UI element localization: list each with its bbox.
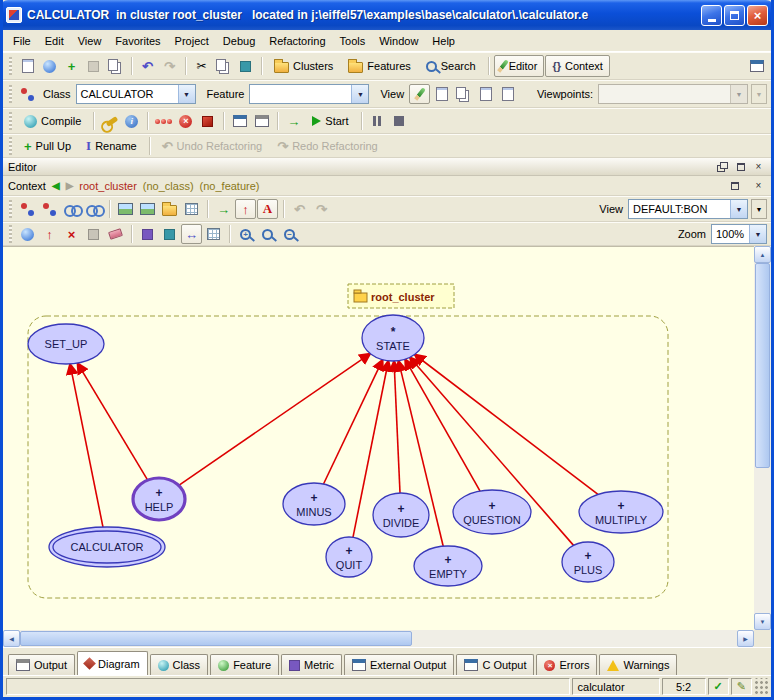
menu-favorites[interactable]: Favorites bbox=[108, 32, 167, 50]
tab-output[interactable]: Output bbox=[8, 654, 75, 675]
go-to-target-button[interactable]: → bbox=[213, 199, 234, 219]
sort-button[interactable] bbox=[203, 224, 224, 244]
debug-console-button[interactable] bbox=[229, 111, 250, 131]
window-resize-grip[interactable] bbox=[754, 678, 769, 695]
diagram-node-calculator[interactable]: CALCULATOR bbox=[49, 527, 165, 567]
delete-button[interactable]: × bbox=[61, 224, 82, 244]
diagram-node-state[interactable]: *STATE bbox=[362, 315, 424, 361]
arrow-minus-to-state[interactable] bbox=[324, 360, 383, 484]
context-toggle-button[interactable]: {} Context bbox=[545, 55, 609, 77]
feature-combobox[interactable]: ▼ bbox=[249, 84, 369, 104]
external-editor-button[interactable] bbox=[746, 56, 767, 76]
menu-help[interactable]: Help bbox=[425, 32, 462, 50]
compile-button[interactable]: Compile bbox=[17, 110, 88, 132]
diagram-node-question[interactable]: +QUESTION bbox=[453, 490, 531, 534]
context-forward-button[interactable]: ▶ bbox=[66, 180, 74, 191]
menu-file[interactable]: File bbox=[6, 32, 38, 50]
search-button[interactable]: Search bbox=[419, 55, 483, 77]
export-png-button[interactable] bbox=[115, 199, 136, 219]
diagram-node-multiply[interactable]: +MULTIPLY bbox=[579, 491, 663, 533]
stop-application-button[interactable] bbox=[197, 111, 218, 131]
features-button[interactable]: Features bbox=[341, 55, 417, 77]
zoom-out-button[interactable]: − bbox=[279, 224, 300, 244]
pull-up-button[interactable]: + Pull Up bbox=[17, 135, 78, 157]
panel-maximize-button[interactable] bbox=[733, 160, 748, 174]
new-class-button[interactable] bbox=[17, 224, 38, 244]
stop-button[interactable] bbox=[389, 111, 410, 131]
viewpoints-combobox[interactable]: ▼ bbox=[598, 84, 748, 104]
context-cluster-name[interactable]: root_cluster bbox=[79, 180, 136, 192]
close-button[interactable]: × bbox=[747, 5, 768, 26]
tab-warnings[interactable]: Warnings bbox=[599, 654, 677, 675]
diagram-view-arrow[interactable]: ▼ bbox=[730, 200, 747, 218]
diagram-view-combobox[interactable]: DEFAULT:BON ▼ bbox=[628, 199, 748, 219]
remove-link-button[interactable] bbox=[83, 199, 104, 219]
open-folder-button[interactable] bbox=[159, 199, 180, 219]
class-combobox-arrow[interactable]: ▼ bbox=[178, 85, 195, 103]
clusters-button[interactable]: Clusters bbox=[267, 55, 340, 77]
vertical-scroll-track[interactable] bbox=[754, 263, 771, 613]
contract-view-button[interactable] bbox=[475, 84, 496, 104]
text-mode-button[interactable]: A bbox=[257, 199, 278, 219]
class-tool-button[interactable] bbox=[17, 84, 38, 104]
arrow-divide-to-state[interactable] bbox=[394, 361, 400, 493]
toolbar-grip[interactable] bbox=[9, 225, 12, 243]
fit-to-screen-button[interactable]: ↔ bbox=[181, 224, 202, 244]
supplier-mode-button[interactable]: ↑ bbox=[235, 199, 256, 219]
vertical-scrollbar[interactable]: ▲ ▼ bbox=[754, 246, 771, 630]
scroll-up-button[interactable]: ▲ bbox=[754, 246, 771, 263]
diagram-canvas[interactable]: root_clusterSET_UP*STATE+HELP+MINUS+DIVI… bbox=[3, 246, 754, 630]
tab-metric[interactable]: Metric bbox=[281, 654, 342, 675]
add-link-button[interactable] bbox=[61, 199, 82, 219]
zoom-fit-button[interactable] bbox=[257, 224, 278, 244]
menu-edit[interactable]: Edit bbox=[38, 32, 71, 50]
tab-class[interactable]: Class bbox=[150, 654, 209, 675]
diagram-view-menu-button[interactable]: ▼ bbox=[751, 199, 767, 219]
tab-c-output[interactable]: C Output bbox=[456, 654, 534, 675]
class-relations-button[interactable] bbox=[17, 199, 38, 219]
menu-view[interactable]: View bbox=[71, 32, 109, 50]
debug-window-button[interactable] bbox=[251, 111, 272, 131]
run-workbench-button[interactable] bbox=[153, 111, 174, 131]
scroll-left-button[interactable]: ◀ bbox=[3, 630, 20, 647]
diagram-node-set_up[interactable]: SET_UP bbox=[28, 324, 104, 364]
project-info-button[interactable]: i bbox=[121, 111, 142, 131]
tab-diagram[interactable]: Diagram bbox=[77, 651, 148, 675]
scroll-right-button[interactable]: ▶ bbox=[737, 630, 754, 647]
class-combobox[interactable]: CALCULATOR ▼ bbox=[76, 84, 196, 104]
edit-view-button[interactable] bbox=[409, 84, 430, 104]
titlebar[interactable]: CALCULATOR in cluster root_cluster locat… bbox=[0, 0, 774, 30]
paste-button[interactable] bbox=[235, 56, 256, 76]
menu-refactoring[interactable]: Refactoring bbox=[262, 32, 332, 50]
context-maximize-button[interactable] bbox=[727, 179, 742, 193]
redo-button[interactable]: ↷ bbox=[159, 56, 180, 76]
viewpoints-combobox-arrow[interactable]: ▼ bbox=[730, 85, 747, 103]
anchor-button[interactable] bbox=[83, 224, 104, 244]
undo-button[interactable]: ↶ bbox=[137, 56, 158, 76]
feature-combobox-arrow[interactable]: ▼ bbox=[351, 85, 368, 103]
maximize-button[interactable] bbox=[724, 5, 745, 26]
menu-project[interactable]: Project bbox=[168, 32, 216, 50]
interface-view-button[interactable] bbox=[497, 84, 518, 104]
pause-button[interactable] bbox=[367, 111, 388, 131]
new-window-button[interactable] bbox=[17, 56, 38, 76]
toolbar-grip[interactable] bbox=[9, 112, 12, 130]
toolbar-grip[interactable] bbox=[9, 200, 12, 218]
save-button[interactable] bbox=[83, 56, 104, 76]
tab-errors[interactable]: × Errors bbox=[536, 654, 597, 675]
menu-tools[interactable]: Tools bbox=[333, 32, 373, 50]
save-all-button[interactable] bbox=[105, 56, 126, 76]
toolbar-grip[interactable] bbox=[9, 57, 12, 75]
menu-debug[interactable]: Debug bbox=[216, 32, 262, 50]
editor-toggle-button[interactable]: Editor bbox=[494, 55, 545, 77]
horizontal-scrollbar[interactable]: ◀ ▶ bbox=[3, 630, 754, 647]
toolbar-grip[interactable] bbox=[9, 85, 12, 103]
panel-float-button[interactable] bbox=[715, 160, 730, 174]
zoom-combobox-arrow[interactable]: ▼ bbox=[749, 225, 766, 243]
grid-toggle-button[interactable] bbox=[181, 199, 202, 219]
arrow-help-to-state[interactable] bbox=[179, 354, 370, 486]
cluster-relations-button[interactable] bbox=[39, 199, 60, 219]
tab-external-output[interactable]: External Output bbox=[344, 654, 454, 675]
class-diagram[interactable]: root_clusterSET_UP*STATE+HELP+MINUS+DIVI… bbox=[3, 247, 754, 631]
toolbar-overflow-button[interactable]: ▼ bbox=[751, 84, 767, 104]
